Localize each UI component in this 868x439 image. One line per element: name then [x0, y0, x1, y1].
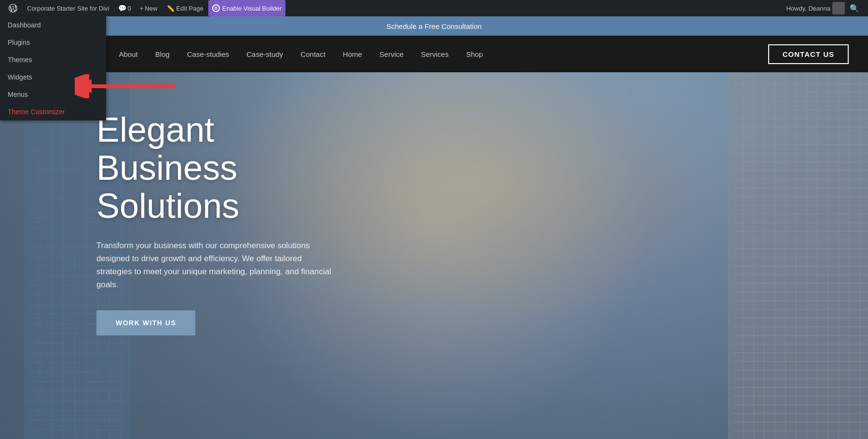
nav-blog[interactable]: Blog — [147, 50, 178, 58]
visual-builder-label: Enable Visual Builder — [222, 5, 282, 12]
new-plus-icon: + — [140, 5, 144, 12]
site-topbar: Schedule a Free Consultation — [0, 16, 868, 36]
nav-shop[interactable]: Shop — [457, 50, 491, 58]
dropdown-theme-customizer[interactable]: Theme Customizer — [0, 103, 106, 120]
appearance-dropdown: Dashboard Plugins Themes Widgets Menus T… — [0, 16, 106, 120]
dropdown-plugins[interactable]: Plugins — [0, 34, 106, 51]
dropdown-themes[interactable]: Themes — [0, 51, 106, 68]
nav-case-studies[interactable]: Case-studies — [178, 50, 238, 58]
edit-page-label: Edit Page — [176, 5, 203, 12]
admin-bar-right: Howdy, Deanna 🔍 — [786, 2, 864, 14]
site-name-label: Corporate Starter Site for Divi — [27, 5, 109, 12]
nav-contact[interactable]: Contact — [292, 50, 334, 58]
site-header: DIVI About Blog Case-studies Case-study … — [0, 36, 868, 72]
new-menu[interactable]: + New — [135, 0, 163, 16]
site-name-menu[interactable]: Corporate Starter Site for Divi — [22, 0, 114, 16]
nav-about[interactable]: About — [110, 50, 146, 58]
user-greeting: Howdy, Deanna — [786, 5, 830, 12]
search-icon-admin[interactable]: 🔍 — [850, 4, 859, 13]
dropdown-dashboard[interactable]: Dashboard — [0, 16, 106, 34]
divi-logo-icon: D — [212, 4, 220, 12]
wordpress-icon — [9, 4, 17, 13]
user-avatar — [832, 2, 845, 14]
nav-case-study[interactable]: Case-study — [238, 50, 292, 58]
nav-services[interactable]: Services — [412, 50, 458, 58]
nav-home[interactable]: Home — [334, 50, 371, 58]
wp-logo-menu[interactable] — [4, 0, 22, 16]
edit-pencil-icon: ✏️ — [167, 5, 175, 12]
work-with-us-button[interactable]: WORK WITH US — [96, 310, 195, 335]
topbar-text: Schedule a Free Consultation — [386, 22, 482, 30]
hero-title: Elegant Business Solutions — [96, 111, 338, 226]
nav-service[interactable]: Service — [371, 50, 412, 58]
admin-bar: Corporate Starter Site for Divi 💬 0 + Ne… — [0, 0, 868, 16]
hero-subtitle: Transform your business with our compreh… — [96, 239, 338, 292]
comment-count: 0 — [128, 5, 131, 12]
edit-page-menu[interactable]: ✏️ Edit Page — [162, 0, 208, 16]
comments-menu[interactable]: 💬 0 — [114, 0, 135, 16]
contact-us-button[interactable]: CONTACT US — [768, 44, 849, 64]
dropdown-menus[interactable]: Menus — [0, 86, 106, 103]
visual-builder-button[interactable]: D Enable Visual Builder — [208, 0, 285, 16]
new-label: New — [145, 5, 157, 12]
building-overlay-right — [728, 72, 868, 439]
dropdown-widgets[interactable]: Widgets — [0, 68, 106, 86]
site-nav: About Blog Case-studies Case-study Conta… — [110, 50, 768, 58]
hero-section: Elegant Business Solutions Transform you… — [0, 72, 868, 439]
comment-icon: 💬 — [118, 4, 126, 12]
